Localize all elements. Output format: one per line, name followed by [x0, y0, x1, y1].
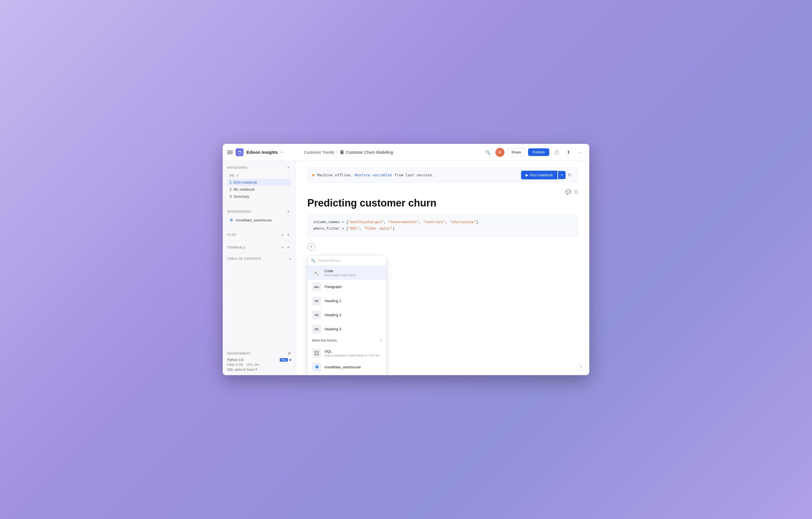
sidebar-item-eda[interactable]: 1. EDA notebook: [227, 179, 291, 186]
breadcrumb-parent[interactable]: Customer Trends: [304, 150, 334, 155]
share-button[interactable]: Share: [507, 148, 526, 156]
toc-section-header[interactable]: TABLE OF CONTENTS ▶: [223, 254, 296, 262]
refresh-button[interactable]: ↻: [566, 171, 573, 180]
block-picker-search-row: 🔍: [308, 255, 386, 266]
integrations-add-button[interactable]: +: [286, 209, 291, 214]
run-notebook-button[interactable]: ▶ Run notebook: [521, 171, 557, 180]
sql-cache-chevron-icon[interactable]: ▾: [256, 367, 257, 371]
notebooks-header: NOTEBOOKS +: [227, 165, 291, 170]
run-notebook-chevron-button[interactable]: ▾: [558, 171, 566, 179]
run-notebook-group: ▶ Run notebook ▾ ↻: [521, 171, 573, 180]
snowflake-warehouse-icon: ❄: [312, 363, 321, 372]
code-var-2: where_filter: [313, 226, 340, 231]
env-header: ENVIRONMENT ⚙: [227, 351, 291, 356]
block-item-h2[interactable]: H2 Heading 2: [308, 308, 386, 322]
app-logo: [236, 148, 243, 156]
files-add-button[interactable]: +: [286, 232, 291, 238]
notebook-tools: 💬 ☰: [307, 189, 578, 195]
more-text-blocks-button[interactable]: More text blocks ›: [308, 336, 386, 345]
menu-icon[interactable]: [227, 149, 233, 155]
sql-block-icon: [312, 349, 321, 358]
code-block-name: Code: [324, 269, 381, 273]
code-block-desc: Executable code block: [324, 273, 381, 277]
block-item-sql[interactable]: SQL Query database, DataFrame or CSV fil…: [308, 346, 386, 360]
list-icon[interactable]: ☰: [574, 189, 578, 195]
topbar: Edison Insights ▾ Customer Trends / 📓 Cu…: [223, 144, 589, 161]
code-block: column_names = ["monthlycharges", "tenur…: [307, 215, 578, 237]
snowflake-warehouse-info: snowflake_warehouse: [324, 365, 381, 369]
status-offline-text: Machine offline.: [317, 173, 352, 177]
search-button[interactable]: 🔍: [484, 148, 493, 157]
block-divider-1: [308, 345, 386, 346]
summary-label: 3. Summary: [230, 194, 249, 198]
code-var-1: column_names: [313, 220, 340, 224]
env-python-info: Python 3.9 Plus: [227, 358, 291, 362]
sql-block-info: SQL Query database, DataFrame or CSV fil…: [324, 349, 381, 357]
environment-gear-icon[interactable]: ⚙: [288, 351, 291, 356]
h1-block-info: Heading 1: [324, 299, 381, 303]
files-section-header[interactable]: FILES ▶ +: [223, 229, 296, 239]
help-button[interactable]: ?: [577, 363, 585, 371]
code-line-1: column_names = ["monthlycharges", "tenur…: [313, 219, 572, 225]
block-item-code[interactable]: >_ Code Executable code block: [308, 266, 386, 280]
block-item-h1[interactable]: H1 Heading 1: [308, 294, 386, 308]
ml-label: 2. ML notebook: [230, 187, 255, 192]
environment-title: ENVIRONMENT: [227, 352, 251, 355]
more-text-blocks-chevron-icon: ›: [380, 338, 381, 343]
snowflake-icon-blue: ❄: [315, 364, 319, 370]
breadcrumb-notebook-icon: 📓: [340, 150, 344, 154]
add-block-button[interactable]: +: [307, 243, 315, 251]
terminals-section-header[interactable]: TERMINALS ▶ +: [223, 242, 296, 252]
notebooks-section: NOTEBOOKS + Init ⊕ 1. EDA notebook 2. ML…: [223, 161, 296, 202]
plan-badge: Plus: [280, 358, 288, 362]
sidebar-item-summary[interactable]: 3. Summary: [227, 193, 291, 200]
share2-button[interactable]: ⬆: [564, 148, 573, 157]
app-name-chevron-icon: ▾: [281, 151, 282, 154]
integrations-title: INTEGRATIONS: [227, 210, 251, 213]
code-block-icon: >_: [312, 268, 321, 277]
avatar: U: [495, 148, 504, 157]
block-item-allan-snowflake[interactable]: ❄ allan_deepnote_snowflake ⚡: [308, 374, 386, 375]
sidebar-item-ml[interactable]: 2. ML notebook: [227, 186, 291, 193]
ram-stat: RAM: 0 GB: [227, 363, 243, 366]
files-title: FILES: [227, 233, 280, 236]
status-after-text: from last session.: [395, 173, 434, 177]
notebooks-title: NOTEBOOKS: [227, 166, 248, 169]
block-item-h3[interactable]: H3 Heading 3: [308, 322, 386, 336]
history-button[interactable]: 🕐: [552, 148, 561, 157]
restore-link[interactable]: Restore variables: [355, 173, 392, 177]
status-text: Machine offline. Restore variables from …: [317, 173, 434, 177]
block-item-paragraph[interactable]: abc Paragraph: [308, 280, 386, 294]
comment-icon[interactable]: 💬: [566, 189, 571, 195]
block-item-snowflake-warehouse[interactable]: ❄ snowflake_warehouse: [308, 360, 386, 374]
search-blocks-input[interactable]: [318, 258, 383, 263]
code-line-2: where_filter = ["DSL", "Fiber optic"]: [313, 226, 572, 232]
snowflake-label: snowflake_warehouse: [235, 218, 272, 222]
h1-block-icon: H1: [312, 296, 321, 305]
sql-grid-icon: [314, 351, 319, 355]
topbar-left: Edison Insights ▾: [227, 148, 300, 156]
paragraph-block-info: Paragraph: [324, 284, 381, 289]
block-picker: 🔍 >_ Code Executable code block abc Para…: [307, 255, 386, 375]
more-button[interactable]: ···: [576, 148, 585, 157]
paragraph-block-icon: abc: [312, 282, 321, 291]
divider-4: [227, 253, 291, 253]
status-left: Machine offline. Restore variables from …: [312, 173, 434, 177]
terminals-chevron-icon: ▶: [282, 246, 284, 249]
integrations-section: INTEGRATIONS + ❄ snowflake_warehouse: [223, 205, 296, 226]
breadcrumb-separator: /: [336, 150, 338, 155]
notebooks-add-button[interactable]: +: [286, 165, 291, 170]
run-play-icon: ▶: [526, 173, 528, 177]
terminals-add-button[interactable]: +: [286, 245, 291, 250]
app-window: Edison Insights ▾ Customer Trends / 📓 Cu…: [223, 144, 589, 375]
publish-button[interactable]: Publish: [528, 148, 549, 156]
app-name: Edison Insights: [246, 150, 278, 155]
files-chevron-icon: ▶: [282, 233, 284, 236]
topbar-right: 🔍 U Share Publish 🕐 ⬆ ···: [484, 148, 585, 157]
sidebar-item-init[interactable]: Init ⊕: [227, 172, 291, 179]
init-label: Init: [230, 173, 234, 177]
sidebar-item-snowflake[interactable]: ❄ snowflake_warehouse: [227, 216, 291, 224]
breadcrumb-current-label: Customer Churn Modelling: [346, 150, 393, 155]
sql-block-name: SQL: [324, 349, 381, 353]
run-notebook-label: Run notebook: [530, 173, 553, 177]
